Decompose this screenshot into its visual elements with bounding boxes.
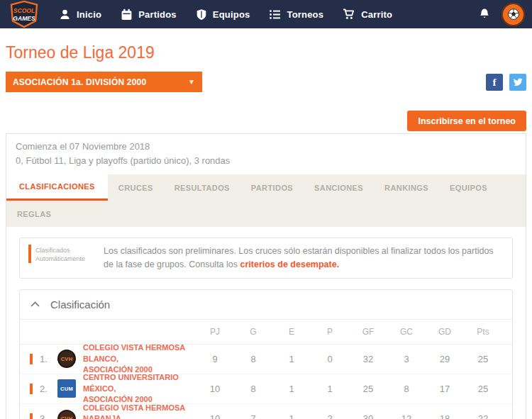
chevron-down-icon: ▼ — [188, 78, 195, 86]
stat-p: 2 — [311, 413, 349, 419]
tab-resultados[interactable]: RESULTADOS — [164, 174, 240, 201]
stat-gf: 32 — [349, 354, 387, 364]
stat-e: 1 — [272, 384, 311, 394]
qualified-marker — [30, 384, 33, 394]
standings-title: Clasificación — [50, 298, 110, 311]
stat-g: 8 — [234, 384, 272, 394]
team-cell: 1. CVH COLEGIO VISTA HERMOSA BLANCO, ASO… — [20, 342, 196, 375]
qualified-legend-label: Clasificados Automáticamente — [35, 245, 85, 263]
nav-item-torneos[interactable]: Torneos — [269, 9, 323, 20]
col-gc: GC — [387, 327, 426, 337]
notifications-bell-icon[interactable] — [478, 8, 491, 21]
nav-item-label: Equipos — [213, 9, 250, 20]
enroll-tournament-button[interactable]: Inscribirse en el torneo — [407, 111, 526, 131]
nav-item-label: Carrito — [361, 9, 392, 20]
stat-gc: 3 — [387, 354, 426, 364]
table-row: 2. CUM CENTRO UNIVERSITARIO MÉXICO, ASOC… — [20, 374, 512, 404]
col-pj: PJ — [196, 327, 234, 337]
chevron-up-icon — [31, 301, 40, 307]
social-share-group: f — [486, 72, 526, 91]
scool-games-logo[interactable]: SCOOL GAMES — [9, 1, 40, 28]
tournament-format: 0, Fútbol 11, Liga y playoffs (partido ú… — [16, 154, 516, 168]
tab-reglas[interactable]: REGLAS — [6, 201, 62, 227]
team-name-link[interactable]: CENTRO UNIVERSITARIO MÉXICO, ASOCIACIÓN … — [83, 372, 196, 405]
stat-pts: 25 — [464, 354, 502, 364]
table-row: 3. CVH COLEGIO VISTA HERMOSA NARANJA, AS… — [20, 404, 512, 419]
user-icon — [59, 9, 71, 21]
tab-rankings[interactable]: RANKINGS — [374, 174, 439, 201]
col-p: P — [311, 327, 349, 337]
stat-pts: 25 — [464, 384, 502, 394]
tab-equipos[interactable]: EQUIPOS — [439, 174, 498, 201]
stat-pts: 22 — [464, 413, 502, 419]
nav-item-label: Partidos — [138, 9, 177, 20]
list-icon — [269, 9, 281, 20]
qualified-marker — [28, 245, 31, 263]
nav-item-partidos[interactable]: Partidos — [121, 9, 177, 21]
standings-panel: Clasificación PJ G E P GF GC GD Pts 1. C… — [19, 289, 513, 419]
tournament-tabs: CLASIFICACIONES CRUCES RESULTADOS PARTID… — [6, 174, 526, 227]
soccer-ball-icon — [507, 8, 520, 21]
twitter-share-icon[interactable] — [509, 74, 526, 91]
tab-clasificaciones[interactable]: CLASIFICACIONES — [6, 174, 108, 201]
stat-e: 1 — [272, 354, 311, 364]
team-crest: CUM — [57, 379, 76, 398]
col-e: E — [272, 327, 311, 337]
tournament-start-date: Comienza el 07 Noviembre 2018 — [16, 140, 516, 154]
stat-g: 8 — [234, 354, 272, 364]
stat-g: 7 — [234, 413, 272, 419]
col-pts: Pts — [464, 327, 502, 337]
division-select-value: ASOCIACIÓN 1a. DIVISIÓN 2000 — [13, 77, 146, 87]
col-gf: GF — [349, 327, 387, 337]
logo-text-line1: SCOOL — [13, 7, 35, 14]
standings-header[interactable]: Clasificación — [20, 290, 512, 320]
cart-icon — [343, 9, 355, 20]
team-cell: 2. CUM CENTRO UNIVERSITARIO MÉXICO, ASOC… — [20, 372, 196, 405]
nav-right-group — [478, 3, 525, 26]
nav-item-carrito[interactable]: Carrito — [343, 9, 392, 20]
shield-icon — [196, 9, 207, 21]
stat-gf: 25 — [349, 384, 387, 394]
tournament-info: Comienza el 07 Noviembre 2018 0, Fútbol … — [6, 134, 526, 174]
team-name-link[interactable]: COLEGIO VISTA HERMOSA BLANCO, ASOCIACIÓN… — [83, 342, 196, 375]
stat-gc: 8 — [387, 384, 426, 394]
rank: 2. — [40, 384, 54, 394]
tab-sanciones[interactable]: SANCIONES — [304, 174, 374, 201]
top-nav: SCOOL GAMES Inicio Partidos Equipos — [0, 0, 532, 28]
team-crest: CVH — [57, 350, 76, 368]
nav-item-label: Torneos — [287, 9, 323, 20]
facebook-share-icon[interactable]: f — [486, 74, 503, 91]
team-cell: 3. CVH COLEGIO VISTA HERMOSA NARANJA, AS… — [20, 403, 196, 419]
qualified-marker — [30, 354, 33, 364]
stat-p: 1 — [311, 384, 349, 394]
logo-text-line2: GAMES — [13, 15, 35, 22]
page-body: Torneo de Liga 2019 ASOCIACIÓN 1a. DIVIS… — [0, 43, 532, 419]
qualified-legend: Clasificados Automáticamente — [28, 245, 96, 263]
calendar-icon — [121, 9, 133, 21]
col-gd: GD — [426, 327, 464, 337]
nav-item-equipos[interactable]: Equipos — [196, 9, 250, 21]
user-avatar[interactable] — [501, 3, 525, 26]
division-select[interactable]: ASOCIACIÓN 1a. DIVISIÓN 2000 ▼ — [6, 72, 202, 92]
stat-gd: 17 — [426, 384, 464, 394]
col-g: G — [234, 327, 272, 337]
nav-item-label: Inicio — [77, 9, 101, 20]
team-crest: CVH — [57, 410, 76, 419]
standings-column-headers: PJ G E P GF GC GD Pts — [20, 320, 512, 345]
team-name-link[interactable]: COLEGIO VISTA HERMOSA NARANJA, ASOCIACIÓ… — [83, 403, 196, 419]
stat-gf: 30 — [349, 413, 387, 419]
page-title: Torneo de Liga 2019 — [6, 43, 526, 62]
rank: 1. — [40, 354, 54, 364]
stat-pj: 9 — [196, 354, 234, 364]
stat-gd: 18 — [426, 413, 464, 419]
table-row: 1. CVH COLEGIO VISTA HERMOSA BLANCO, ASO… — [20, 345, 512, 374]
tab-partidos[interactable]: PARTIDOS — [240, 174, 304, 201]
stat-e: 1 — [272, 413, 311, 419]
qualification-notice: Clasificados Automáticamente Los clasifi… — [19, 238, 513, 279]
tab-cruces[interactable]: CRUCES — [108, 174, 164, 201]
nav-item-inicio[interactable]: Inicio — [59, 9, 101, 21]
rank: 3. — [40, 413, 54, 419]
qualified-marker — [30, 413, 33, 419]
stat-gc: 12 — [387, 413, 426, 419]
tiebreaker-criteria-link[interactable]: criterios de desempate. — [240, 259, 339, 269]
